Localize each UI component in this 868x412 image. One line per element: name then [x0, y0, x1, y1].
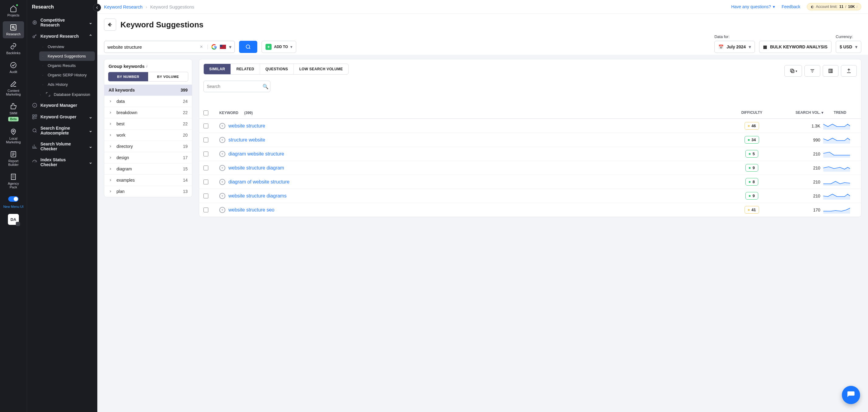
chevron-right-icon: ›	[146, 4, 147, 9]
copy-button[interactable]: ▾	[784, 65, 802, 77]
date-picker[interactable]: 📅 July 2024 ▾	[714, 41, 755, 53]
sidebar-item-organic-serp-history[interactable]: Organic SERP History	[39, 70, 95, 80]
table-header: KEYWORD (399) DIFFICULTY SEARCH VOL. ▾ T…	[199, 108, 861, 119]
caret-down-icon[interactable]: ▾	[229, 44, 231, 50]
table-search-input[interactable]	[207, 84, 260, 89]
rail-content[interactable]: Content Marketing	[3, 78, 24, 98]
keyword-link[interactable]: website structure diagrams	[228, 193, 286, 199]
sidebar-section-competitive[interactable]: Competitive Research ⌄	[30, 14, 95, 30]
sidebar-item-overview[interactable]: Overview	[39, 42, 95, 52]
filter-button[interactable]	[804, 65, 820, 77]
keyword-group-row[interactable]: data24	[104, 95, 192, 107]
sidebar-item-organic-results[interactable]: Organic Results	[39, 61, 95, 70]
keyword-group-row[interactable]: examples14	[104, 174, 192, 186]
link-icon	[10, 42, 17, 50]
tab-by-volume[interactable]: BY VOLUME	[148, 72, 188, 81]
all-keywords-row[interactable]: All keywords 399	[104, 85, 192, 95]
calendar-icon: 📅	[718, 45, 723, 49]
col-trend[interactable]: TREND	[823, 111, 857, 115]
columns-button[interactable]	[823, 65, 838, 77]
rail-report[interactable]: Report Builder	[3, 148, 24, 169]
row-checkbox[interactable]	[204, 179, 208, 184]
row-checkbox[interactable]	[204, 123, 208, 128]
tab-by-number[interactable]: BY NUMBER	[108, 72, 148, 81]
search-volume: 1.3K	[772, 123, 823, 128]
avatar[interactable]: DA	[8, 214, 19, 225]
sidebar-item-search-engine-autocomplete[interactable]: Search Engine Autocomplete ⌄	[30, 123, 95, 139]
export-button[interactable]	[841, 65, 857, 77]
clear-input-button[interactable]: ×	[199, 44, 204, 50]
table-row: +diagram website structure5210	[199, 147, 861, 161]
tab-low-search-volume[interactable]: LOW SEARCH VOLUME	[294, 64, 348, 74]
sidebar-item-database-expansion[interactable]: Database Expansion	[39, 89, 95, 99]
select-all-checkbox[interactable]	[204, 111, 208, 115]
row-checkbox[interactable]	[204, 138, 208, 142]
keyword-link[interactable]: website structure seo	[228, 207, 274, 213]
rail-smm[interactable]: SMM Beta	[3, 100, 24, 124]
info-icon[interactable]: i	[146, 64, 147, 68]
add-keyword-button[interactable]: +	[219, 193, 225, 199]
add-to-button[interactable]: + ADD TO ▾	[261, 41, 296, 53]
rail-local[interactable]: Local Marketing	[3, 126, 24, 146]
add-keyword-button[interactable]: +	[219, 137, 225, 143]
breadcrumb-link[interactable]: Keyword Research	[104, 4, 143, 9]
bulk-analysis-button[interactable]: ▦ BULK KEYWORD ANALYSIS	[759, 41, 832, 53]
currency-picker[interactable]: $ USD ▾	[836, 41, 861, 53]
tab-questions[interactable]: QUESTIONS	[260, 64, 294, 74]
keyword-group-row[interactable]: plan13	[104, 186, 192, 197]
add-keyword-button[interactable]: +	[219, 123, 225, 129]
rail-research[interactable]: Research	[3, 21, 24, 38]
rail-audit[interactable]: Audit	[3, 59, 24, 76]
menu-toggle[interactable]	[8, 196, 19, 202]
rail-agency[interactable]: Agency Pack	[3, 171, 24, 192]
page-title: Keyword Suggestions	[120, 20, 204, 30]
sidebar-item-keyword-manager[interactable]: Keyword Manager	[30, 99, 95, 111]
add-keyword-button[interactable]: +	[219, 165, 225, 171]
back-button[interactable]	[104, 19, 116, 31]
us-flag-icon	[220, 45, 226, 49]
keyword-group-row[interactable]: breakdown22	[104, 107, 192, 118]
add-keyword-button[interactable]: +	[219, 151, 225, 157]
keyword-group-row[interactable]: diagram15	[104, 163, 192, 174]
row-checkbox[interactable]	[204, 208, 208, 212]
sidebar-item-index-status-checker[interactable]: Index Status Checker ⌄	[30, 154, 95, 170]
sidebar-section-keyword-research[interactable]: Keyword Research ⌃	[30, 30, 95, 42]
keyword-input[interactable]	[107, 45, 196, 50]
keyword-link[interactable]: website structure diagram	[228, 165, 284, 171]
keyword-link[interactable]: structure website	[228, 137, 265, 143]
rail-projects[interactable]: Projects	[3, 2, 24, 20]
collapse-sidebar-button[interactable]	[93, 4, 101, 11]
search-button[interactable]	[239, 41, 257, 53]
row-checkbox[interactable]	[204, 194, 208, 198]
add-keyword-button[interactable]: +	[219, 207, 225, 213]
tab-related[interactable]: RELATED	[231, 64, 260, 74]
feedback-link[interactable]: Feedback	[782, 4, 800, 9]
col-search-volume[interactable]: SEARCH VOL. ▾	[772, 111, 823, 115]
check-circle-icon	[10, 61, 17, 69]
rail-backlinks[interactable]: Backlinks	[3, 40, 24, 57]
plus-icon: +	[266, 44, 272, 50]
tab-similar[interactable]: SIMILAR	[204, 64, 231, 74]
keyword-group-row[interactable]: best22	[104, 118, 192, 129]
keyword-link[interactable]: website structure	[228, 123, 265, 129]
row-checkbox[interactable]	[204, 151, 208, 156]
sidebar-item-keyword-grouper[interactable]: Keyword Grouper ⌄	[30, 111, 95, 123]
add-keyword-button[interactable]: +	[219, 179, 225, 185]
col-difficulty[interactable]: DIFFICULTY	[732, 111, 772, 115]
search-volume: 170	[772, 208, 823, 212]
keyword-group-row[interactable]: design17	[104, 152, 192, 163]
difficulty-chip: 8	[745, 178, 758, 186]
questions-link[interactable]: Have any questions? ▾	[731, 4, 775, 9]
keyword-link[interactable]: diagram website structure	[228, 151, 284, 157]
row-checkbox[interactable]	[204, 166, 208, 170]
chat-fab[interactable]	[842, 386, 860, 404]
sidebar-item-search-volume-checker[interactable]: Search Volume Checker ⌄	[30, 139, 95, 154]
account-limit-chip[interactable]: ◐ Account limit: 11 / 10K i	[807, 3, 861, 10]
sidebar-item-ads-history[interactable]: Ads History	[39, 80, 95, 89]
sidebar-item-keyword-suggestions[interactable]: Keyword Suggestions	[39, 52, 95, 61]
keyword-group-row[interactable]: work20	[104, 129, 192, 141]
keyword-group-row[interactable]: directory19	[104, 141, 192, 152]
search-volume: 990	[772, 138, 823, 142]
table-row: +website structure diagram9210	[199, 161, 861, 175]
keyword-link[interactable]: diagram of website structure	[228, 179, 289, 185]
